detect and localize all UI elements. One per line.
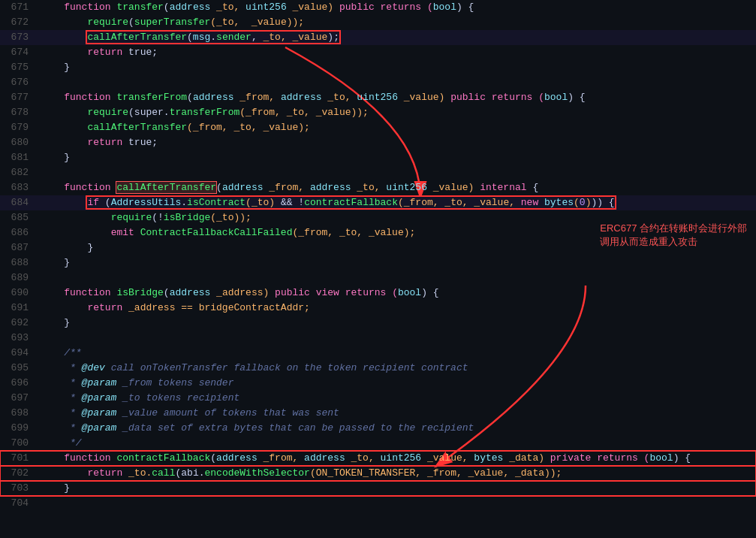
code-line-689: 689 — [0, 271, 756, 286]
line-content: function transferFrom(address _from, add… — [38, 90, 756, 105]
line-number: 676 — [0, 75, 38, 90]
line-number: 690 — [0, 286, 38, 301]
line-number: 694 — [0, 346, 38, 361]
code-line-697: 697 * @param _to tokens recipient — [0, 391, 756, 406]
line-content: return _address == bridgeContractAddr; — [38, 301, 756, 316]
code-line-703: 703 } — [0, 481, 756, 496]
code-line-692: 692 } — [0, 316, 756, 331]
annotation-text: ERC677 合约在转账时会进行外部 调用从而造成重入攻击 — [600, 222, 747, 249]
code-line-678: 678 require(super.transferFrom(_from, _t… — [0, 105, 756, 120]
code-line-679: 679 callAfterTransfer(_from, _to, _value… — [0, 120, 756, 135]
code-line-694: 694 /** — [0, 346, 756, 361]
line-content: } — [38, 60, 756, 75]
line-content: } — [38, 316, 756, 331]
line-number: 679 — [0, 120, 38, 135]
line-number: 693 — [0, 331, 38, 346]
code-line-691: 691 return _address == bridgeContractAdd… — [0, 301, 756, 316]
line-content — [38, 271, 756, 286]
line-content: * @param _from tokens sender — [38, 376, 756, 391]
code-line-682: 682 — [0, 165, 756, 180]
line-number: 680 — [0, 135, 38, 150]
line-number: 698 — [0, 406, 38, 421]
code-line-680: 680 return true; — [0, 135, 756, 150]
line-content: * @dev call onTokenTransfer fallback on … — [38, 361, 756, 376]
line-content — [38, 165, 756, 180]
line-content: } — [38, 150, 756, 165]
code-line-696: 696 * @param _from tokens sender — [0, 376, 756, 391]
line-number: 687 — [0, 240, 38, 255]
line-number: 671 — [0, 0, 38, 15]
line-content: return true; — [38, 135, 756, 150]
line-content: } — [38, 255, 756, 271]
code-line-702: 702 return _to.call(abi.encodeWithSelect… — [0, 466, 756, 481]
code-line-688: 688 } — [0, 255, 756, 271]
line-number: 699 — [0, 421, 38, 436]
annotation-line1: ERC677 合约在转账时会进行外部 — [600, 222, 747, 235]
line-number: 685 — [0, 210, 38, 225]
line-number: 695 — [0, 361, 38, 376]
line-content: function callAfterTransfer(address _from… — [38, 180, 756, 195]
line-content — [38, 331, 756, 346]
line-content: require(super.transferFrom(_from, _to, _… — [38, 105, 756, 120]
line-content: callAfterTransfer(_from, _to, _value); — [38, 120, 756, 135]
code-line-681: 681 } — [0, 150, 756, 165]
line-content: * @param _value amount of tokens that wa… — [38, 406, 756, 421]
line-content: /** — [38, 346, 756, 361]
code-line-677: 677 function transferFrom(address _from,… — [0, 90, 756, 105]
code-line-690: 690 function isBridge(address _address) … — [0, 286, 756, 301]
line-number: 697 — [0, 391, 38, 406]
line-content: return true; — [38, 45, 756, 60]
line-number: 704 — [0, 496, 38, 511]
code-line-698: 698 * @param _value amount of tokens tha… — [0, 406, 756, 421]
line-content: * @param _to tokens recipient — [38, 391, 756, 406]
code-line-699: 699 * @param _data set of extra bytes th… — [0, 421, 756, 436]
line-content: */ — [38, 436, 756, 451]
code-line-683: 683 function callAfterTransfer(address _… — [0, 180, 756, 195]
line-number: 689 — [0, 271, 38, 286]
line-number: 691 — [0, 301, 38, 316]
line-number: 678 — [0, 105, 38, 120]
code-line-684: 684 if (AddressUtils.isContract(_to) && … — [0, 195, 756, 210]
line-number: 696 — [0, 376, 38, 391]
code-line-675: 675 } — [0, 60, 756, 75]
line-number: 692 — [0, 316, 38, 331]
line-number: 673 — [0, 30, 38, 45]
line-content — [38, 75, 756, 90]
code-line-676: 676 — [0, 75, 756, 90]
line-number: 677 — [0, 90, 38, 105]
code-line-674: 674 return true; — [0, 45, 756, 60]
code-line-693: 693 — [0, 331, 756, 346]
code-line-695: 695 * @dev call onTokenTransfer fallback… — [0, 361, 756, 376]
line-number: 675 — [0, 60, 38, 75]
code-line-672: 672 require(superTransfer(_to, _value)); — [0, 15, 756, 30]
line-content: return _to.call(abi.encodeWithSelector(O… — [38, 466, 756, 481]
code-line-704: 704 — [0, 496, 756, 511]
line-content: } — [38, 481, 756, 496]
line-number: 684 — [0, 195, 38, 210]
line-content: if (AddressUtils.isContract(_to) && !con… — [38, 195, 756, 210]
line-number: 683 — [0, 180, 38, 195]
code-line-673: 673 callAfterTransfer(msg.sender, _to, _… — [0, 30, 756, 45]
code-editor: 671 function transfer(address _to, uint2… — [0, 0, 756, 538]
line-content: function contractFallback(address _from,… — [38, 451, 756, 466]
line-number: 700 — [0, 436, 38, 451]
line-number: 703 — [0, 481, 38, 496]
line-number: 681 — [0, 150, 38, 165]
line-number: 682 — [0, 165, 38, 180]
line-number: 686 — [0, 225, 38, 240]
line-content: function transfer(address _to, uint256 _… — [38, 0, 756, 15]
line-number: 702 — [0, 466, 38, 481]
code-line-700: 700 */ — [0, 436, 756, 451]
line-number: 701 — [0, 451, 38, 466]
line-content: * @param _data set of extra bytes that c… — [38, 421, 756, 436]
line-number: 674 — [0, 45, 38, 60]
line-number: 688 — [0, 255, 38, 271]
line-content — [38, 496, 756, 511]
line-content: function isBridge(address _address) publ… — [38, 286, 756, 301]
annotation-line2: 调用从而造成重入攻击 — [600, 235, 747, 249]
line-number: 672 — [0, 15, 38, 30]
code-line-671: 671 function transfer(address _to, uint2… — [0, 0, 756, 15]
line-content: require(superTransfer(_to, _value)); — [38, 15, 756, 30]
line-content: callAfterTransfer(msg.sender, _to, _valu… — [38, 30, 756, 45]
code-line-701: 701 function contractFallback(address _f… — [0, 451, 756, 466]
